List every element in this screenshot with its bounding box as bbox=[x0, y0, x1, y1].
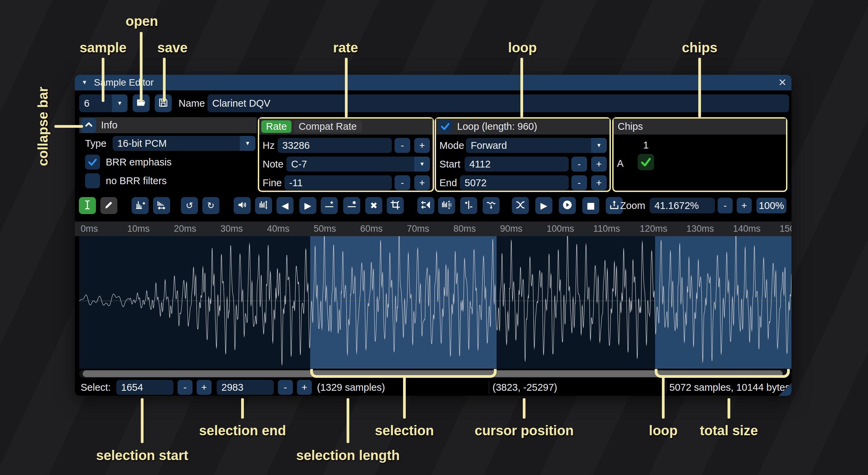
redo-button[interactable]: ↻ bbox=[202, 197, 219, 214]
annotation-selection-start: selection start bbox=[96, 448, 188, 463]
brr-emphasis-checkbox[interactable] bbox=[85, 155, 100, 170]
sign-button[interactable] bbox=[460, 197, 477, 214]
ruler-label: 70ms bbox=[407, 222, 429, 236]
trim-button[interactable] bbox=[387, 197, 404, 214]
ruler-label: 130ms bbox=[686, 222, 714, 236]
loop-start-plus-button[interactable]: + bbox=[591, 157, 607, 172]
note-value: C-7 bbox=[291, 157, 307, 172]
annotation-line-selection-length bbox=[347, 398, 349, 443]
selection-end-plus-button[interactable]: + bbox=[297, 380, 312, 395]
rate-panel: Rate Compat Rate Hz 33286 - + Note C-7 ▼… bbox=[258, 117, 434, 192]
close-icon[interactable]: ✕ bbox=[778, 75, 787, 90]
normalize-button[interactable] bbox=[255, 197, 272, 214]
loop-end-field[interactable]: 5072 bbox=[460, 175, 569, 190]
sample-name-field[interactable]: Clarinet DQV bbox=[207, 94, 789, 112]
tab-compat-rate[interactable]: Compat Rate bbox=[294, 120, 362, 133]
select-tool-button[interactable] bbox=[79, 197, 96, 214]
insert-silence-button[interactable] bbox=[321, 197, 338, 214]
check-icon bbox=[640, 156, 652, 168]
note-label: Note bbox=[263, 157, 283, 172]
annotation-rate: rate bbox=[333, 40, 358, 55]
selection-end-field[interactable]: 2983 bbox=[217, 380, 274, 395]
note-dropdown[interactable]: C-7 ▼ bbox=[286, 157, 430, 172]
preview-selection-button[interactable] bbox=[559, 197, 576, 214]
selection-end-minus-button[interactable]: - bbox=[278, 380, 293, 395]
play-circle-icon bbox=[562, 199, 573, 212]
ruler-label: 0ms bbox=[81, 222, 98, 236]
loop-start-field[interactable]: 4112 bbox=[465, 157, 569, 172]
loop-start-minus-button[interactable]: - bbox=[571, 157, 587, 172]
fine-field[interactable]: -11 bbox=[284, 175, 392, 190]
reverse-button[interactable] bbox=[417, 197, 434, 214]
invert-button[interactable] bbox=[438, 197, 455, 214]
resize-button[interactable] bbox=[132, 197, 149, 214]
chips-panel-title: Chips bbox=[618, 119, 643, 135]
total-size-text: 5072 samples, 10144 bytes bbox=[669, 379, 790, 396]
window-resize-grip[interactable] bbox=[779, 383, 791, 396]
selection-start-minus-button[interactable]: - bbox=[178, 380, 193, 395]
chevron-down-icon[interactable]: ▼ bbox=[112, 94, 128, 112]
filter-button[interactable] bbox=[483, 197, 500, 214]
zoom-label: Zoom bbox=[620, 197, 645, 214]
name-label: Name bbox=[179, 94, 205, 112]
type-label: Type bbox=[85, 136, 106, 151]
selection-start-plus-button[interactable]: + bbox=[197, 380, 212, 395]
resample-button[interactable] bbox=[153, 197, 170, 214]
preview-button[interactable]: ▶ bbox=[535, 197, 552, 214]
loop-mode-dropdown[interactable]: Forward ▼ bbox=[466, 138, 607, 153]
ruler-label: 120ms bbox=[640, 222, 667, 236]
fade-out-button[interactable]: ▶ bbox=[299, 197, 316, 214]
amplify-button[interactable] bbox=[234, 197, 251, 214]
fade-in-button[interactable]: ◀ bbox=[277, 197, 294, 214]
chevron-down-icon[interactable]: ▼ bbox=[591, 138, 607, 153]
undo-button[interactable]: ↺ bbox=[181, 197, 198, 214]
time-ruler[interactable]: 0ms10ms20ms30ms40ms50ms60ms70ms80ms90ms1… bbox=[75, 222, 791, 236]
waveform-canvas[interactable] bbox=[79, 236, 791, 369]
fine-plus-button[interactable]: + bbox=[414, 175, 430, 190]
no-brr-filters-checkbox[interactable] bbox=[85, 173, 100, 188]
hz-minus-button[interactable]: - bbox=[395, 138, 410, 153]
chevron-down-icon[interactable]: ▼ bbox=[240, 136, 255, 151]
check-icon bbox=[440, 121, 451, 132]
hz-plus-button[interactable]: + bbox=[414, 138, 430, 153]
ruler-label: 80ms bbox=[453, 222, 476, 236]
apply-silence-button[interactable] bbox=[343, 197, 360, 214]
collapse-bar-button[interactable] bbox=[81, 118, 96, 133]
zoom-minus-button[interactable]: - bbox=[718, 198, 733, 213]
ruler-label: 40ms bbox=[267, 222, 289, 236]
annotation-line-total-size bbox=[728, 398, 730, 419]
loop-end-label: End bbox=[439, 175, 457, 190]
window-collapse-icon[interactable]: ▼ bbox=[82, 75, 87, 90]
annotation-sample: sample bbox=[80, 40, 127, 55]
loop-panel: Loop (length: 960) Mode Forward ▼ Start … bbox=[435, 117, 611, 192]
delete-button[interactable]: ✖ bbox=[365, 197, 382, 214]
loop-end-plus-button[interactable]: + bbox=[591, 175, 607, 190]
loop-mode-value: Forward bbox=[471, 138, 507, 153]
chevron-down-icon[interactable]: ▼ bbox=[414, 157, 430, 172]
chips-panel: Chips 1 A bbox=[612, 117, 787, 192]
ruler-label: 150ms bbox=[780, 222, 791, 236]
zoom-reset-button[interactable]: 100% bbox=[756, 198, 786, 213]
play-icon: ▶ bbox=[540, 201, 547, 210]
stop-button[interactable]: ■ bbox=[582, 197, 599, 214]
loop-end-minus-button[interactable]: - bbox=[571, 175, 587, 190]
chip-a-checkbox[interactable] bbox=[638, 154, 654, 170]
plus-minus-sign-icon bbox=[463, 199, 474, 212]
draw-tool-button[interactable] bbox=[100, 197, 117, 214]
crossfade-button[interactable] bbox=[512, 197, 529, 214]
sample-type-dropdown[interactable]: 16-bit PCM ▼ bbox=[113, 136, 255, 151]
loop-enable-checkbox[interactable] bbox=[438, 119, 452, 134]
annotation-line-sample bbox=[102, 58, 104, 102]
selection-start-field[interactable]: 1654 bbox=[116, 380, 173, 395]
sample-editor-window: ▼ Sample Editor ✕ 6 ▼ Name Clarinet DQV … bbox=[75, 75, 791, 396]
zoom-plus-button[interactable]: + bbox=[737, 198, 752, 213]
mode-label: Mode bbox=[439, 138, 464, 153]
annotation-line-selection-end bbox=[241, 398, 244, 419]
ruler-label: 10ms bbox=[127, 222, 150, 236]
window-titlebar[interactable]: ▼ Sample Editor ✕ bbox=[75, 75, 791, 90]
hz-field[interactable]: 33286 bbox=[278, 138, 392, 153]
fine-minus-button[interactable]: - bbox=[395, 175, 410, 190]
chevron-up-icon bbox=[83, 119, 94, 131]
tab-rate[interactable]: Rate bbox=[261, 120, 291, 133]
zoom-field[interactable]: 41.1672% bbox=[650, 198, 715, 213]
